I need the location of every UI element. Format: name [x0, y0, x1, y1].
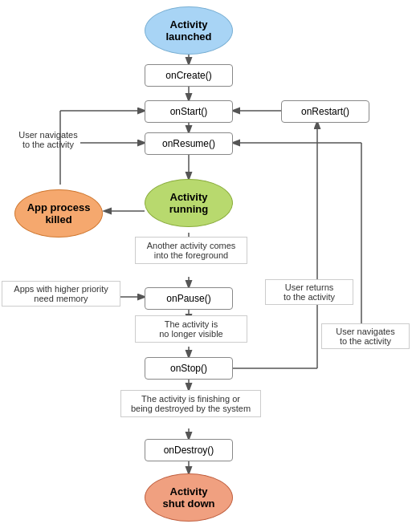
- on-pause-node: onPause(): [145, 287, 233, 310]
- on-restart-label: onRestart(): [301, 106, 349, 117]
- activity-shut-down-node: Activity shut down: [145, 473, 233, 522]
- on-destroy-label: onDestroy(): [164, 445, 214, 456]
- on-create-node: onCreate(): [145, 64, 233, 87]
- user-navigates-label-right: User navigates to the activity: [321, 323, 410, 349]
- on-start-node: onStart(): [145, 100, 233, 123]
- on-stop-node: onStop(): [145, 357, 233, 380]
- activity-shut-down-label: Activity shut down: [163, 485, 215, 510]
- on-resume-node: onResume(): [145, 132, 233, 155]
- user-navigates-label-left: User navigates to the activity: [8, 130, 88, 149]
- activity-finishing-label: The activity is finishing or being destr…: [120, 390, 261, 417]
- activity-running-node: Activity running: [145, 179, 233, 227]
- apps-higher-priority-label: Apps with higher priority need memory: [2, 281, 120, 307]
- activity-running-label: Activity running: [169, 191, 208, 215]
- on-start-label: onStart(): [170, 106, 208, 117]
- on-pause-label: onPause(): [166, 293, 210, 304]
- activity-no-longer-visible-label: The activity is no longer visible: [135, 315, 247, 343]
- android-lifecycle-diagram: Activity launched onCreate() onStart() o…: [0, 0, 412, 532]
- on-create-label: onCreate(): [165, 70, 211, 81]
- app-process-killed-label: App process killed: [27, 201, 91, 225]
- activity-launched-node: Activity launched: [145, 6, 233, 55]
- on-restart-node: onRestart(): [281, 100, 369, 123]
- app-process-killed-node: App process killed: [14, 189, 103, 238]
- on-destroy-node: onDestroy(): [145, 439, 233, 461]
- on-stop-label: onStop(): [170, 363, 207, 374]
- user-returns-label: User returns to the activity: [265, 279, 353, 305]
- activity-launched-label: Activity launched: [165, 18, 211, 43]
- on-resume-label: onResume(): [162, 138, 215, 149]
- another-activity-label: Another activity comes into the foregrou…: [135, 237, 247, 264]
